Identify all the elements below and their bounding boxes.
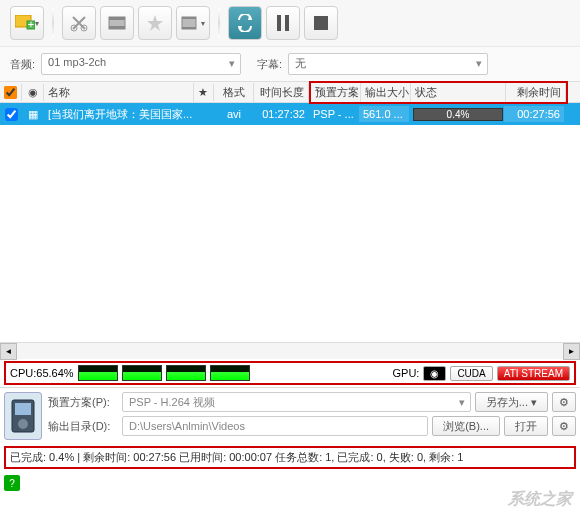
row-checkbox[interactable] [5, 108, 18, 121]
ati-badge[interactable]: ATI STREAM [497, 366, 570, 381]
list-area: ◄ ► [0, 125, 580, 359]
scroll-right-button[interactable]: ► [563, 343, 580, 360]
cpu-graph-1 [78, 365, 118, 381]
row-preset: PSP - ... [309, 106, 359, 122]
status-bar: 已完成: 0.4% | 剩余时间: 00:27:56 已用时间: 00:00:0… [4, 446, 576, 469]
col-status[interactable]: 状态 [411, 83, 506, 102]
subtitle-label: 字幕: [257, 57, 282, 72]
row-format: avi [214, 106, 254, 122]
col-check[interactable] [0, 84, 22, 101]
subtitle-select[interactable]: 无 [288, 53, 488, 75]
row-duration: 01:27:32 [254, 106, 309, 122]
cut-button[interactable] [62, 6, 96, 40]
svg-rect-9 [182, 17, 196, 19]
output-dir-input[interactable] [122, 416, 428, 436]
merge-button[interactable] [100, 6, 134, 40]
output-settings-button[interactable]: ⚙ [552, 416, 576, 436]
col-star[interactable]: ★ [194, 84, 214, 101]
output-panel: 预置方案(P): PSP - H.264 视频 另存为... ▾ ⚙ 输出目录(… [0, 387, 580, 444]
status-text: 已完成: 0.4% | 剩余时间: 00:27:56 已用时间: 00:00:0… [10, 450, 463, 465]
svg-rect-10 [182, 27, 196, 29]
preset-label: 预置方案(P): [48, 395, 118, 410]
horizontal-scrollbar[interactable]: ◄ ► [0, 342, 580, 359]
footer: ? [0, 471, 580, 495]
row-remain: 00:27:56 [504, 106, 564, 122]
stop-button[interactable] [304, 6, 338, 40]
main-toolbar: +▾ ▾ [0, 0, 580, 47]
row-status: 0.4% [409, 106, 504, 123]
row-name: [当我们离开地球：美国国家... [44, 105, 194, 124]
svg-point-16 [18, 419, 28, 429]
table-row[interactable]: ▦ [当我们离开地球：美国国家... avi 01:27:32 PSP - ..… [0, 103, 580, 125]
svg-rect-6 [109, 17, 125, 20]
nvidia-icon: ◉ [423, 366, 446, 381]
stream-selectors: 音频: 01 mp3-2ch 字幕: 无 [0, 47, 580, 81]
table-header: ◉ 名称 ★ 格式 时间长度 预置方案 输出大小 状态 剩余时间 [0, 81, 580, 103]
row-size: 561.0 ... [359, 106, 409, 122]
browse-button[interactable]: 浏览(B)... [432, 416, 500, 436]
svg-rect-13 [314, 16, 328, 30]
scroll-track[interactable] [17, 343, 563, 359]
col-type-icon: ◉ [22, 84, 44, 101]
settings-button[interactable]: ▾ [176, 6, 210, 40]
col-preset[interactable]: 预置方案 [311, 83, 361, 102]
svg-rect-15 [15, 403, 31, 415]
col-remain[interactable]: 剩余时间 [506, 83, 566, 102]
preset-select[interactable]: PSP - H.264 视频 [122, 392, 471, 412]
gpu-label: GPU: [392, 367, 419, 379]
device-icon [4, 392, 42, 440]
audio-label: 音频: [10, 57, 35, 72]
svg-rect-12 [285, 15, 289, 31]
col-duration[interactable]: 时间长度 [254, 83, 309, 102]
save-as-button[interactable]: 另存为... ▾ [475, 392, 548, 412]
cpu-graph-2 [122, 365, 162, 381]
cuda-badge[interactable]: CUDA [450, 366, 492, 381]
convert-button[interactable] [228, 6, 262, 40]
audio-select[interactable]: 01 mp3-2ch [41, 53, 241, 75]
scroll-left-button[interactable]: ◄ [0, 343, 17, 360]
svg-rect-7 [109, 26, 125, 29]
output-dir-label: 输出目录(D): [48, 419, 118, 434]
cpu-label: CPU:65.64% [10, 367, 74, 379]
svg-rect-11 [277, 15, 281, 31]
svg-text:+: + [28, 18, 34, 30]
row-star [194, 112, 214, 116]
cpu-graph-4 [210, 365, 250, 381]
pause-button[interactable] [266, 6, 300, 40]
output-columns-highlight: 预置方案 输出大小 状态 剩余时间 [309, 81, 568, 104]
col-name[interactable]: 名称 [44, 83, 194, 102]
preset-settings-button[interactable]: ⚙ [552, 392, 576, 412]
col-size[interactable]: 输出大小 [361, 83, 411, 102]
cpu-gpu-bar: CPU:65.64% GPU: ◉ CUDA ATI STREAM [4, 361, 576, 385]
add-media-button[interactable]: +▾ [10, 6, 44, 40]
film-icon: ▦ [22, 106, 44, 123]
star-button[interactable] [138, 6, 172, 40]
cpu-graph-3 [166, 365, 206, 381]
col-format[interactable]: 格式 [214, 83, 254, 102]
open-button[interactable]: 打开 [504, 416, 548, 436]
help-icon[interactable]: ? [4, 475, 20, 491]
